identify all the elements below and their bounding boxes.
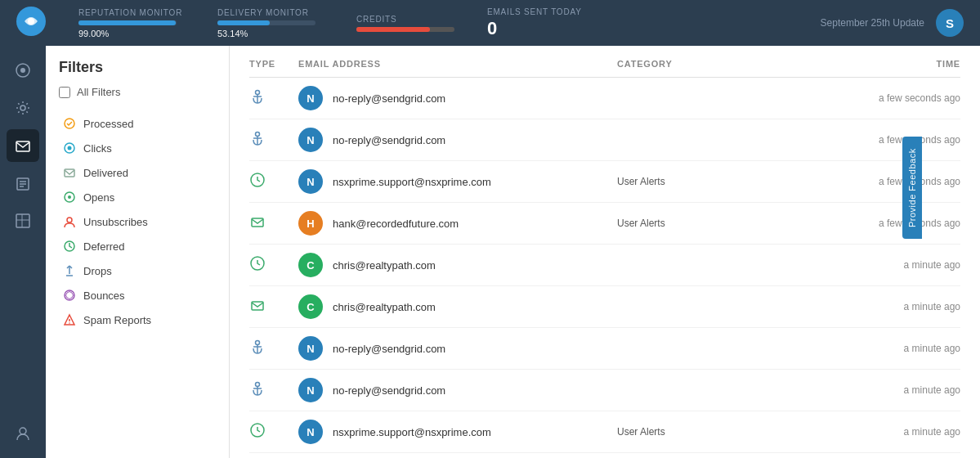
time-cell-8: a minute ago — [797, 426, 960, 438]
filter-label-3: Opens — [83, 191, 114, 204]
filters-panel: Filters All Filters ProcessedClicksDeliv… — [46, 46, 230, 458]
delivery-label: DELIVERY MONITOR — [217, 8, 324, 17]
emails-sent-label: EMAILS SENT TODAY — [487, 7, 582, 16]
user-avatar[interactable]: S — [936, 9, 964, 37]
top-bar-right: September 25th Update S — [821, 9, 964, 37]
filter-item-unsubscribes[interactable]: Unsubscribes — [59, 209, 216, 234]
sidebar-item-activity[interactable] — [7, 54, 39, 87]
table-row[interactable]: C chris@realtypath.com a minute ago — [249, 245, 960, 286]
reputation-bar-fill — [78, 20, 176, 25]
email-avatar-3: H — [298, 211, 323, 236]
table-row[interactable]: N no-reply@sendgrid.com a few seconds ag… — [249, 78, 960, 119]
col-time: TIME — [797, 59, 960, 69]
table-row[interactable]: H hank@recordedfuture.com User Alerts a … — [249, 203, 960, 245]
time-cell-2: a few seconds ago — [797, 176, 960, 187]
time-cell-3: a few seconds ago — [797, 218, 960, 229]
reputation-label: REPUTATION MONITOR — [78, 8, 185, 17]
all-filters-checkbox[interactable] — [59, 87, 70, 98]
filter-item-drops[interactable]: Drops — [59, 258, 216, 283]
filter-label-2: Delivered — [83, 167, 128, 179]
delivery-value: 53.14% — [217, 29, 324, 38]
svg-point-20 — [67, 218, 72, 222]
table-row[interactable]: N nsxprime.support@nsxprime.com User Ale… — [249, 411, 960, 453]
email-avatar-1: N — [298, 128, 323, 152]
type-icon-2 — [249, 172, 298, 192]
svg-point-27 — [256, 90, 260, 94]
main-layout: Filters All Filters ProcessedClicksDeliv… — [0, 46, 980, 458]
credits-bar-fill — [356, 27, 430, 32]
type-icon-5 — [249, 297, 298, 317]
email-address-7: no-reply@sendgrid.com — [333, 384, 445, 397]
email-address-5: chris@realtypath.com — [333, 301, 436, 313]
filter-label-8: Spam Reports — [83, 314, 151, 326]
filter-item-opens[interactable]: Opens — [59, 185, 216, 209]
filter-item-processed[interactable]: Processed — [59, 111, 216, 136]
filter-item-bounces[interactable]: Bounces — [59, 283, 216, 308]
svg-rect-36 — [252, 302, 263, 310]
email-avatar-0: N — [298, 86, 323, 110]
type-icon-6 — [249, 339, 298, 359]
filter-label-0: Processed — [83, 118, 133, 130]
time-cell-5: a minute ago — [797, 301, 960, 312]
emails-sent-group: EMAILS SENT TODAY 0 — [487, 7, 582, 39]
email-address-2: nsxprime.support@nsxprime.com — [333, 176, 491, 188]
filter-label-5: Deferred — [83, 240, 125, 253]
table-header: TYPE EMAIL ADDRESS CATEGORY TIME — [249, 46, 960, 78]
email-cell-7: N no-reply@sendgrid.com — [298, 378, 617, 402]
icon-sidebar — [0, 46, 46, 458]
table-row[interactable]: C chris@realtypath.com a minute ago — [249, 286, 960, 328]
table-row[interactable]: N nsxprime.support@nsxprime.com User Ale… — [249, 161, 960, 203]
col-category: CATEGORY — [617, 59, 797, 69]
sidebar-item-stats[interactable] — [7, 204, 39, 237]
email-cell-1: N no-reply@sendgrid.com — [298, 128, 617, 152]
email-avatar-4: C — [298, 253, 323, 277]
email-cell-5: C chris@realtypath.com — [298, 294, 617, 319]
svg-rect-17 — [65, 169, 74, 177]
delivery-bar-bg — [217, 20, 315, 25]
logo[interactable] — [16, 7, 46, 39]
svg-rect-34 — [252, 218, 263, 227]
time-cell-4: a minute ago — [797, 259, 960, 271]
filters-title: Filters — [59, 59, 216, 76]
type-icon-7 — [249, 380, 298, 401]
table-row[interactable]: N no-reply@sendgrid.com a minute ago — [249, 453, 960, 458]
svg-rect-10 — [16, 214, 29, 227]
sidebar-item-settings[interactable] — [7, 92, 39, 124]
update-text: September 25th Update — [821, 17, 924, 29]
svg-point-30 — [256, 132, 260, 136]
table-row[interactable]: N no-reply@sendgrid.com a minute ago — [249, 370, 960, 411]
filter-icon-3 — [62, 190, 77, 204]
filter-icon-5 — [62, 239, 77, 254]
table-row[interactable]: N no-reply@sendgrid.com a minute ago — [249, 328, 960, 370]
category-cell-2: User Alerts — [617, 176, 797, 187]
sidebar-item-mail[interactable] — [7, 129, 39, 162]
filter-item-clicks[interactable]: Clicks — [59, 136, 216, 160]
filter-icon-8 — [62, 312, 77, 327]
filter-label-4: Unsubscribes — [83, 216, 148, 228]
table-body: N no-reply@sendgrid.com a few seconds ag… — [249, 78, 960, 458]
email-address-4: chris@realtypath.com — [333, 259, 436, 272]
filter-items-list: ProcessedClicksDeliveredOpensUnsubscribe… — [59, 111, 216, 332]
email-address-0: no-reply@sendgrid.com — [333, 92, 445, 105]
email-cell-6: N no-reply@sendgrid.com — [298, 336, 617, 361]
svg-point-13 — [20, 428, 26, 434]
email-cell-3: H hank@recordedfuture.com — [298, 211, 617, 236]
reputation-value: 99.00% — [78, 29, 185, 38]
table-row[interactable]: N no-reply@sendgrid.com a few seconds ag… — [249, 119, 960, 161]
filter-label-7: Bounces — [83, 290, 125, 302]
filter-item-deferred[interactable]: Deferred — [59, 234, 216, 258]
reputation-bar-bg — [78, 20, 177, 25]
sidebar-item-list[interactable] — [7, 167, 39, 200]
filter-label-6: Drops — [83, 265, 112, 277]
time-cell-0: a few seconds ago — [797, 92, 960, 104]
all-filters-row[interactable]: All Filters — [59, 86, 216, 98]
filter-item-delivered[interactable]: Delivered — [59, 160, 216, 185]
feedback-button[interactable]: Provide Feedback — [902, 137, 922, 239]
type-icon-3 — [249, 213, 298, 234]
svg-point-40 — [256, 382, 260, 386]
sidebar-item-person[interactable] — [7, 417, 39, 450]
email-cell-2: N nsxprime.support@nsxprime.com — [298, 169, 617, 194]
email-cell-8: N nsxprime.support@nsxprime.com — [298, 420, 617, 444]
category-cell-3: User Alerts — [617, 218, 797, 229]
filter-item-spam-reports[interactable]: Spam Reports — [59, 308, 216, 332]
